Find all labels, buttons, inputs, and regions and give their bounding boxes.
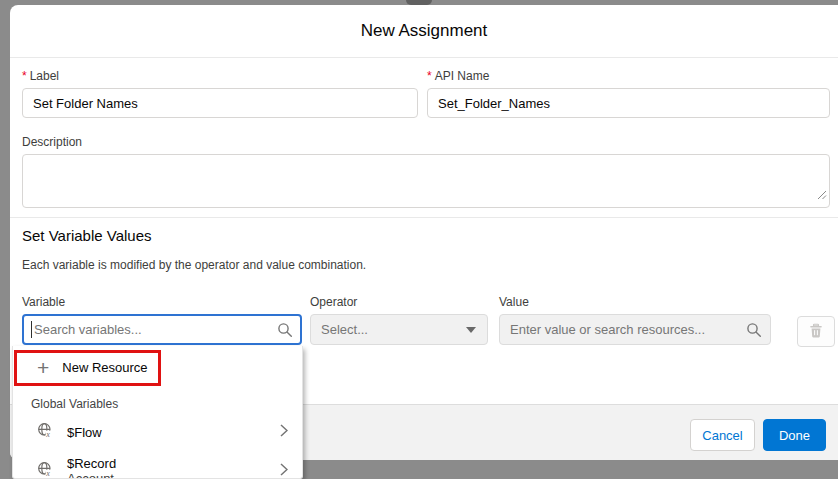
description-textarea[interactable] [22, 154, 830, 208]
section-heading: Set Variable Values [22, 227, 152, 244]
new-resource-option[interactable]: + New Resource [13, 346, 302, 388]
new-resource-label: New Resource [62, 360, 147, 375]
value-field-label: Value [499, 295, 771, 309]
svg-text:x: x [45, 430, 50, 438]
delete-assignment-button[interactable] [797, 316, 835, 347]
dropdown-item-flow[interactable]: x $Flow [13, 415, 302, 449]
required-asterisk: * [427, 69, 432, 83]
label-input[interactable] [22, 88, 418, 118]
modal-title: New Assignment [361, 21, 488, 41]
plus-icon: + [37, 357, 49, 378]
api-name-field-label: *API Name [427, 69, 830, 83]
text-cursor [31, 321, 32, 338]
dropdown-group-label: Global Variables [13, 388, 302, 415]
variable-search-input[interactable] [22, 314, 302, 345]
section-subtext: Each variable is modified by the operato… [22, 258, 366, 272]
dropdown-item-record[interactable]: x $Record Account [13, 449, 302, 479]
modal-header: New Assignment [10, 5, 838, 58]
global-variable-icon: x [37, 461, 53, 479]
value-input[interactable] [499, 314, 771, 345]
cancel-button[interactable]: Cancel [690, 419, 755, 451]
search-icon [277, 322, 293, 342]
dropdown-item-sublabel: Account [67, 471, 280, 479]
variable-field-label: Variable [22, 295, 302, 309]
global-variable-icon: x [37, 422, 53, 442]
trash-icon [809, 323, 823, 341]
svg-text:x: x [45, 469, 50, 477]
variable-dropdown: + New Resource Global Variables x $Flow [12, 346, 303, 479]
label-field-label: *Label [22, 69, 418, 83]
section-divider [10, 217, 838, 218]
chevron-down-icon [466, 327, 476, 333]
search-icon [746, 322, 762, 342]
done-button[interactable]: Done [763, 419, 826, 451]
required-asterisk: * [22, 69, 27, 83]
dropdown-item-label: $Flow [67, 425, 280, 440]
chevron-right-icon [280, 423, 288, 441]
dropdown-item-label: $Record Account [67, 456, 280, 479]
chevron-right-icon [280, 462, 288, 479]
operator-select[interactable] [310, 314, 488, 345]
operator-field-label: Operator [310, 295, 488, 309]
description-field-label: Description [22, 135, 830, 149]
api-name-input[interactable] [427, 88, 830, 118]
